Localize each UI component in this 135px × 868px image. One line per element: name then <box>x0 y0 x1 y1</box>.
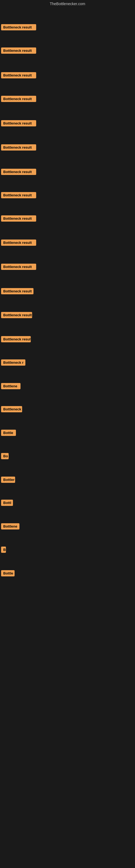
bottleneck-badge-9[interactable]: Bottleneck result <box>1 215 36 222</box>
bottleneck-badge-2[interactable]: Bottleneck result <box>1 48 36 54</box>
bottleneck-badge-15[interactable]: Bottleneck r <box>1 360 26 366</box>
result-row-18: Bottle <box>0 429 17 438</box>
result-row-5: Bottleneck result <box>0 119 37 129</box>
result-row-23: B <box>0 546 7 555</box>
result-row-19: Bo <box>0 452 10 461</box>
bottleneck-badge-7[interactable]: Bottleneck result <box>1 169 36 175</box>
result-row-16: Bottlene <box>0 382 21 392</box>
bottleneck-badge-6[interactable]: Bottleneck result <box>1 144 36 151</box>
bottleneck-badge-14[interactable]: Bottleneck result <box>1 336 31 342</box>
bottleneck-badge-5[interactable]: Bottleneck result <box>1 120 36 126</box>
result-row-9: Bottleneck result <box>0 214 37 224</box>
result-row-10: Bottleneck result <box>0 239 37 248</box>
result-row-1: Bottleneck result <box>0 23 37 33</box>
bottleneck-badge-13[interactable]: Bottleneck result <box>1 312 32 318</box>
bottleneck-badge-24[interactable]: Bottle <box>1 570 14 577</box>
bottleneck-badge-20[interactable]: Bottler <box>1 476 15 483</box>
result-row-22: Bottlene <box>0 522 20 532</box>
site-header: TheBottlenecker.com <box>0 0 135 8</box>
result-row-13: Bottleneck result <box>0 311 33 320</box>
result-row-12: Bottleneck result <box>0 287 35 297</box>
bottleneck-badge-23[interactable]: B <box>1 547 6 553</box>
bottleneck-badge-10[interactable]: Bottleneck result <box>1 240 36 246</box>
result-row-20: Bottler <box>0 475 16 485</box>
bottleneck-badge-3[interactable]: Bottleneck result <box>1 72 36 79</box>
result-row-17: Bottleneck <box>0 405 23 414</box>
bottleneck-badge-17[interactable]: Bottleneck <box>1 406 22 412</box>
bottleneck-badge-18[interactable]: Bottle <box>1 430 16 436</box>
result-row-4: Bottleneck result <box>0 95 37 104</box>
result-row-24: Bottle <box>0 569 16 579</box>
results-container: Bottleneck resultBottleneck resultBottle… <box>0 8 135 868</box>
bottleneck-badge-8[interactable]: Bottleneck result <box>1 192 36 198</box>
bottleneck-badge-16[interactable]: Bottlene <box>1 383 20 389</box>
result-row-11: Bottleneck result <box>0 262 37 272</box>
result-row-2: Bottleneck result <box>0 46 37 56</box>
bottleneck-badge-4[interactable]: Bottleneck result <box>1 96 36 102</box>
bottleneck-badge-12[interactable]: Bottleneck result <box>1 288 34 294</box>
result-row-6: Bottleneck result <box>0 143 37 153</box>
bottleneck-badge-11[interactable]: Bottleneck result <box>1 264 36 270</box>
bottleneck-badge-21[interactable]: Bottl <box>1 500 13 506</box>
bottleneck-badge-1[interactable]: Bottleneck result <box>1 24 36 30</box>
result-row-21: Bottl <box>0 499 14 508</box>
result-row-14: Bottleneck result <box>0 335 32 344</box>
result-row-3: Bottleneck result <box>0 71 37 81</box>
result-row-8: Bottleneck result <box>0 191 37 200</box>
result-row-7: Bottleneck result <box>0 167 37 177</box>
bottleneck-badge-22[interactable]: Bottlene <box>1 523 19 529</box>
result-row-15: Bottleneck r <box>0 358 27 368</box>
bottleneck-badge-19[interactable]: Bo <box>1 453 9 459</box>
